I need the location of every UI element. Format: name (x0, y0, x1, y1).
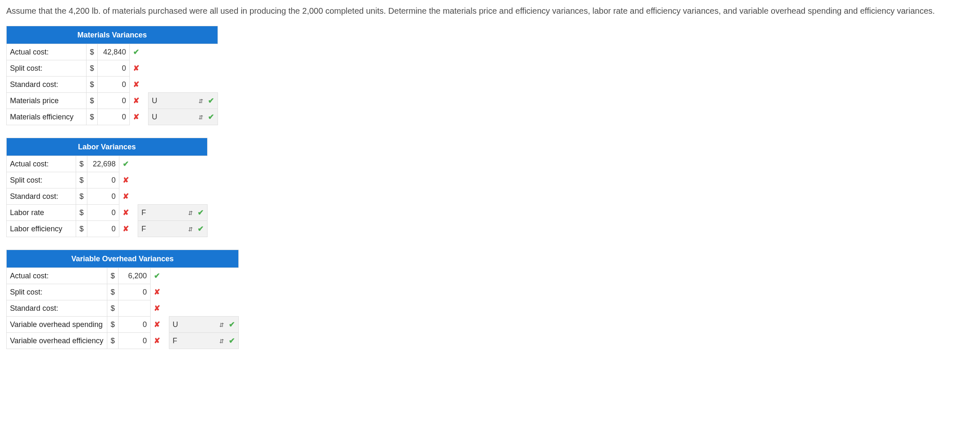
value-input[interactable]: 0 (119, 284, 151, 300)
status-icon: ✘ (130, 77, 148, 93)
sort-icon[interactable]: ⇵ (198, 98, 203, 104)
table-row: Standard cost: $ 0 ✘ (7, 188, 208, 205)
cross-icon: ✘ (154, 337, 160, 345)
value-input[interactable]: 0 (87, 172, 119, 188)
status-icon: ✘ (130, 109, 148, 125)
cross-icon: ✘ (154, 304, 160, 312)
currency: $ (76, 172, 87, 188)
uf-value: U (152, 113, 157, 121)
overhead-variances-table: Variable Overhead Variances Actual cost:… (6, 250, 239, 349)
uf-value: U (173, 320, 178, 329)
currency: $ (107, 284, 119, 300)
table-row: Materials price $ 0 ✘ U ⇵ ✔ (7, 93, 218, 109)
status-icon: ✘ (119, 221, 138, 237)
currency: $ (87, 77, 98, 93)
check-icon: ✔ (123, 160, 129, 168)
cross-icon: ✘ (154, 320, 160, 329)
uf-select[interactable]: F ⇵ ✔ (138, 221, 208, 237)
value-input[interactable]: 0 (119, 333, 151, 349)
check-icon: ✔ (229, 320, 235, 329)
value-input[interactable]: 0 (119, 317, 151, 333)
table-row: Split cost: $ 0 ✘ (7, 172, 208, 188)
row-label: Labor rate (7, 205, 76, 221)
check-icon: ✔ (229, 337, 235, 345)
value-input[interactable]: 22,698 (87, 156, 119, 172)
table-row: Actual cost: $ 6,200 ✔ (7, 268, 239, 284)
table-row: Standard cost: $ 0 ✘ (7, 77, 218, 93)
value-input[interactable]: 0 (98, 93, 130, 109)
currency: $ (87, 109, 98, 125)
uf-select[interactable]: U ⇵ ✔ (148, 109, 218, 125)
currency: $ (107, 300, 119, 317)
uf-select[interactable]: U ⇵ ✔ (169, 317, 239, 333)
table-row: Variable overhead spending $ 0 ✘ U ⇵ ✔ (7, 317, 239, 333)
cross-icon: ✘ (123, 225, 129, 233)
row-label: Standard cost: (7, 77, 87, 93)
cross-icon: ✘ (154, 288, 160, 296)
uf-value: F (141, 208, 146, 217)
value-input[interactable] (119, 300, 151, 317)
value-input[interactable]: 0 (98, 60, 130, 77)
currency: $ (87, 93, 98, 109)
cross-icon: ✘ (133, 64, 139, 72)
row-label: Split cost: (7, 172, 76, 188)
sort-icon[interactable]: ⇵ (198, 114, 203, 120)
currency: $ (107, 268, 119, 284)
check-icon: ✔ (208, 97, 214, 105)
table-row: Actual cost: $ 42,840 ✔ (7, 44, 218, 60)
row-label: Split cost: (7, 60, 87, 77)
status-icon: ✔ (130, 44, 148, 60)
value-input[interactable]: 0 (87, 205, 119, 221)
currency: $ (107, 333, 119, 349)
table-row: Materials efficiency $ 0 ✘ U ⇵ ✔ (7, 109, 218, 125)
labor-title: Labor Variances (7, 138, 208, 156)
value-input[interactable]: 42,840 (98, 44, 130, 60)
row-label: Actual cost: (7, 156, 76, 172)
row-label: Standard cost: (7, 188, 76, 205)
check-icon: ✔ (198, 225, 204, 233)
cross-icon: ✘ (123, 208, 129, 217)
currency: $ (76, 188, 87, 205)
currency: $ (107, 317, 119, 333)
row-label: Actual cost: (7, 268, 107, 284)
table-row: Split cost: $ 0 ✘ (7, 284, 239, 300)
check-icon: ✔ (133, 48, 139, 56)
check-icon: ✔ (208, 113, 214, 121)
value-input[interactable]: 0 (98, 77, 130, 93)
uf-select[interactable]: F ⇵ ✔ (138, 205, 208, 221)
row-label: Materials price (7, 93, 87, 109)
cross-icon: ✘ (133, 113, 139, 121)
table-row: Standard cost: $ ✘ (7, 300, 239, 317)
status-icon: ✔ (151, 268, 169, 284)
status-icon: ✘ (151, 300, 169, 317)
sort-icon[interactable]: ⇵ (188, 226, 193, 232)
status-icon: ✘ (151, 333, 169, 349)
labor-variances-table: Labor Variances Actual cost: $ 22,698 ✔ … (6, 138, 208, 237)
status-icon: ✘ (130, 93, 148, 109)
currency: $ (76, 156, 87, 172)
sort-icon[interactable]: ⇵ (188, 210, 193, 216)
currency: $ (76, 205, 87, 221)
sort-icon[interactable]: ⇵ (219, 338, 224, 344)
value-input[interactable]: 0 (87, 221, 119, 237)
overhead-title: Variable Overhead Variances (7, 250, 239, 268)
uf-select[interactable]: U ⇵ ✔ (148, 93, 218, 109)
uf-value: F (141, 225, 146, 233)
uf-select[interactable]: F ⇵ ✔ (169, 333, 239, 349)
table-row: Actual cost: $ 22,698 ✔ (7, 156, 208, 172)
currency: $ (87, 60, 98, 77)
row-label: Materials efficiency (7, 109, 87, 125)
check-icon: ✔ (154, 272, 160, 280)
status-icon: ✘ (130, 60, 148, 77)
table-row: Labor rate $ 0 ✘ F ⇵ ✔ (7, 205, 208, 221)
row-label: Variable overhead efficiency (7, 333, 107, 349)
cross-icon: ✘ (123, 192, 129, 201)
value-input[interactable]: 0 (98, 109, 130, 125)
value-input[interactable]: 0 (87, 188, 119, 205)
value-input[interactable]: 6,200 (119, 268, 151, 284)
status-icon: ✘ (119, 188, 138, 205)
cross-icon: ✘ (133, 80, 139, 89)
sort-icon[interactable]: ⇵ (219, 322, 224, 328)
status-icon: ✘ (151, 284, 169, 300)
row-label: Standard cost: (7, 300, 107, 317)
